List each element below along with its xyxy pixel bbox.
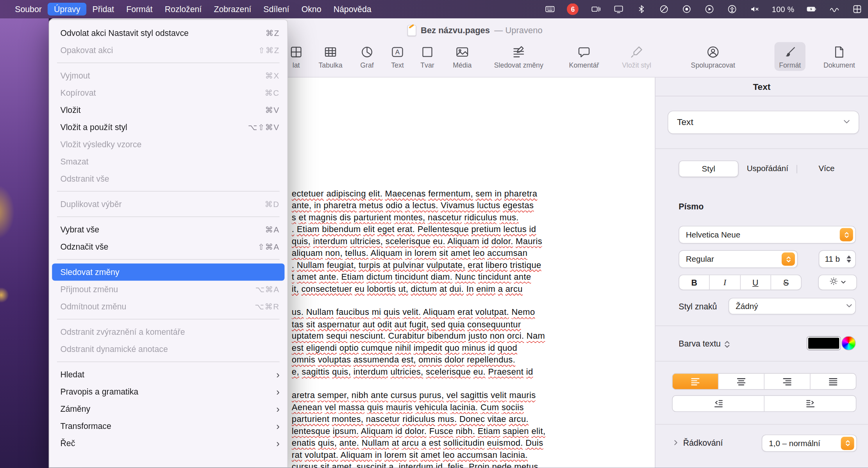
- word: turpis: [359, 260, 380, 270]
- stage-manager-icon[interactable]: [590, 4, 601, 14]
- font-weight-popup[interactable]: Regular: [679, 250, 798, 268]
- bold-button[interactable]: B: [679, 275, 709, 289]
- menu-item-pravopis-a-gramatika[interactable]: Pravopis a gramatika›: [49, 383, 287, 400]
- font-size-stepper[interactable]: [845, 252, 853, 266]
- menu-bar-items: SouborÚpravyPřidatFormátRozloženíZobraze…: [0, 0, 377, 18]
- document-line: t amet ante. Etiam dictum tincidunt diam…: [292, 271, 657, 282]
- toolbar-sledovat-zmeny[interactable]: Sledovat změny: [488, 42, 549, 71]
- keyboard-icon[interactable]: [544, 4, 555, 14]
- color-wheel-button[interactable]: [841, 336, 856, 350]
- word: nibh: [352, 391, 368, 400]
- paragraph-style-selector[interactable]: Text: [668, 111, 859, 134]
- word: dolor: [445, 355, 464, 364]
- word: justo: [468, 331, 487, 341]
- word: dictum: [411, 284, 437, 293]
- toolbar-media[interactable]: Média: [432, 42, 493, 71]
- bluetooth-icon[interactable]: [636, 4, 647, 14]
- menubar-item-soubor[interactable]: Soubor: [9, 3, 48, 16]
- word: Duis: [525, 438, 543, 447]
- word: adipiscing: [326, 189, 366, 198]
- tab-styl[interactable]: Styl: [679, 161, 738, 177]
- menu-item-label: Odznačit vše: [60, 242, 108, 251]
- menu-item-sledovat-zmeny[interactable]: Sledovat změny: [52, 264, 284, 281]
- menu-item-vlozit[interactable]: Vložit⌘V: [49, 101, 287, 118]
- word: aspernatur: [318, 319, 360, 329]
- word: tellus.: [345, 248, 368, 257]
- menubar-item-format[interactable]: Formát: [120, 3, 159, 16]
- menu-item-label: Odstranit zvýraznění a komentáře: [60, 327, 185, 337]
- battery-icon[interactable]: [806, 4, 817, 14]
- mute-icon[interactable]: [749, 4, 760, 14]
- toolbar-item-body: Vložit styl: [618, 42, 655, 71]
- word: dolor.: [491, 236, 513, 246]
- tab-usporadani[interactable]: Uspořádání: [738, 161, 797, 177]
- menu-item-rec[interactable]: Řeč›: [49, 434, 287, 452]
- launchpad-icon[interactable]: [851, 4, 862, 14]
- word: nascetur: [366, 414, 400, 423]
- font-size-field[interactable]: 11 b: [819, 250, 856, 268]
- play-icon[interactable]: [704, 4, 715, 14]
- word: in: [495, 189, 502, 198]
- menu-item-odvolat-akci-nastavit-styl-odstavce[interactable]: Odvolat akci Nastavit styl odstavce⌘Z: [49, 24, 287, 41]
- menu-separator: [57, 63, 280, 63]
- menubar-item-sdileni[interactable]: Sdílení: [257, 3, 295, 16]
- word: aut: [395, 319, 407, 329]
- char-style-popup[interactable]: Žádný: [729, 298, 856, 314]
- paragraph-style-value: Text: [677, 117, 693, 127]
- word: pulvinar: [393, 260, 424, 270]
- toolbar-komentar[interactable]: Komentář: [554, 42, 614, 71]
- edit-menu: Odvolat akci Nastavit styl odstavce⌘ZOpa…: [49, 20, 288, 468]
- word: Fusce: [429, 426, 454, 436]
- word: arcu: [505, 284, 523, 293]
- menubar-item-upravy[interactable]: Úpravy: [48, 3, 86, 16]
- sort-arrows-icon[interactable]: [724, 341, 730, 348]
- wave-icon[interactable]: [829, 4, 839, 14]
- airdrop-icon[interactable]: [681, 4, 692, 14]
- menu-item-transformace[interactable]: Transformace›: [49, 417, 287, 434]
- word: accumsan: [487, 248, 527, 257]
- text-color-swatch[interactable]: [807, 336, 841, 350]
- word: metus,: [514, 462, 541, 468]
- italic-button[interactable]: I: [709, 275, 740, 289]
- accessibility-icon[interactable]: [727, 4, 738, 14]
- menu-item-vlozit-a-pouzit-styl[interactable]: Vložit a použít styl⌥⇧⌘V: [49, 118, 287, 136]
- menu-item-hledat[interactable]: Hledat›: [49, 366, 287, 383]
- font-family-popup[interactable]: Helvetica Neue: [679, 226, 855, 243]
- word: Nemo: [512, 307, 535, 317]
- menu-item-label: Odstranit dynamické anotace: [60, 344, 168, 354]
- document-line: uptatem sequi nesciunt. Curabitur bibend…: [292, 330, 657, 342]
- menubar-item-pridat[interactable]: Přidat: [86, 3, 120, 16]
- tab-vice[interactable]: Více: [797, 161, 856, 177]
- menu-item-zameny[interactable]: Záměny›: [49, 400, 287, 418]
- word: arcu.: [509, 414, 529, 423]
- increase-indent-button[interactable]: [764, 396, 856, 411]
- menubar-item-zobrazeni[interactable]: Zobrazení: [208, 3, 257, 16]
- menubar-item-napoveda[interactable]: Nápověda: [327, 3, 377, 16]
- toolbar-dokument[interactable]: Dokument: [809, 42, 868, 71]
- align-center-button[interactable]: [718, 374, 764, 389]
- menubar-item-okno[interactable]: Okno: [295, 3, 327, 16]
- word: consectetuer: [301, 284, 352, 293]
- strikethrough-button[interactable]: S: [770, 275, 801, 289]
- advanced-text-options-button[interactable]: [818, 275, 857, 290]
- display-icon[interactable]: [613, 4, 624, 14]
- menubar-item-rozlozeni[interactable]: Rozložení: [159, 3, 208, 16]
- menu-item-odznacit-vse[interactable]: Odznačit vše⇧⌘A: [49, 238, 287, 255]
- word: lacinia.: [450, 402, 478, 412]
- align-right-button[interactable]: [764, 374, 810, 389]
- chevron-right-icon[interactable]: [672, 438, 679, 448]
- focus-icon[interactable]: [658, 4, 669, 14]
- align-left-button[interactable]: [673, 374, 718, 389]
- menu-item-vybrat-vse[interactable]: Vybrat vše⌘A: [49, 221, 287, 238]
- align-justify-button[interactable]: [810, 374, 856, 389]
- toolbar-spolupracovat[interactable]: Spolupracovat: [682, 42, 743, 71]
- word: it,: [292, 284, 299, 293]
- word: Proin: [469, 462, 489, 468]
- notification-badge-icon[interactable]: 6: [567, 4, 579, 15]
- document-line: Aenean vel massa quis mauris vehicula la…: [292, 401, 657, 413]
- line-spacing-popup[interactable]: 1,0 – normální: [762, 434, 857, 452]
- word: tristique: [510, 260, 541, 270]
- word: orci.: [507, 331, 524, 341]
- decrease-indent-button[interactable]: [673, 396, 764, 411]
- underline-button[interactable]: U: [740, 275, 770, 289]
